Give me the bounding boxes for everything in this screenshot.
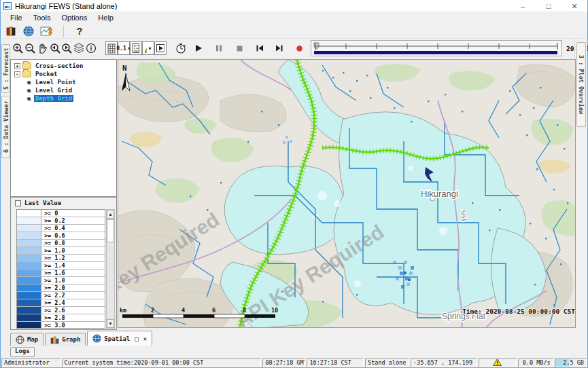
info-icon[interactable] <box>85 41 97 55</box>
tree-item[interactable]: Depth Grid <box>11 94 116 103</box>
tree-item[interactable]: - Pocket <box>11 70 116 78</box>
scrollbar-thumb[interactable] <box>107 219 114 242</box>
help-icon[interactable]: ? <box>73 24 86 38</box>
legend-row: >= 1.6 <box>17 270 105 277</box>
legend-color-swatch <box>17 232 41 239</box>
legend-color-swatch <box>17 247 41 254</box>
menu-item[interactable]: Options <box>56 13 92 23</box>
map-view[interactable]: SH1 Hikurangi Springs Flat API Key Requi… <box>118 59 576 328</box>
status-cell: Administrator <box>1 358 60 367</box>
layer-tree-panel: + Cross-section - Pocket Level Point Lev… <box>10 59 117 197</box>
legend-row: >= 0 <box>17 210 105 217</box>
checkbox-icon[interactable] <box>15 200 21 206</box>
tab-close-icon[interactable]: ✕ <box>143 335 147 342</box>
legend-color-swatch <box>17 210 41 217</box>
zoom-next-icon[interactable] <box>60 41 73 55</box>
tab-maximize-icon[interactable]: □ <box>135 335 138 342</box>
tab-data-viewer[interactable]: 6 : Data Viewer <box>1 96 10 158</box>
status-bar: Administrator Current system time:2020-0… <box>1 358 587 368</box>
tab-spatial[interactable]: Spatial □ ✕ <box>87 331 152 346</box>
tab-plot-overview[interactable]: 3 : Plot Overview <box>576 42 586 127</box>
legend-color-swatch <box>17 292 41 299</box>
legend-table: >= 0 >= 0.2 >= 0.4 >= 0.6 >= 0.8 >= 1.0 … <box>16 209 105 329</box>
zoom-previous-icon[interactable] <box>48 41 60 55</box>
tab-spatial-label: Spatial <box>104 335 130 342</box>
legend-color-swatch <box>17 322 41 329</box>
chevron-down-icon: ▼ <box>148 46 152 51</box>
legend-row-label: >= 0.2 <box>41 217 105 224</box>
database-explorer-icon[interactable] <box>5 24 17 38</box>
legend-row: >= 2.2 <box>17 292 105 299</box>
tree-expander-icon[interactable]: - <box>14 71 20 77</box>
status-cell: 0.0 MB/s <box>518 358 553 367</box>
tab-forecast[interactable]: 5 : Forecast <box>1 44 10 93</box>
status-cell: -35.657 , 174.199 <box>411 358 477 367</box>
logs-button[interactable]: Logs <box>10 347 35 357</box>
scroll-up-icon[interactable]: ▲ <box>107 210 114 219</box>
pan-hand-icon[interactable] <box>36 41 48 55</box>
svg-text:4: 4 <box>181 307 185 314</box>
pause-button[interactable] <box>213 41 225 55</box>
timeseries-dialog-icon[interactable] <box>40 24 54 38</box>
zoom-in-icon[interactable] <box>12 41 24 55</box>
classification-dropdown[interactable]: 0.1 ▼ <box>118 41 130 55</box>
menu-item[interactable]: File <box>5 13 28 23</box>
legend-row: >= 1.8 <box>17 277 105 284</box>
step-first-button[interactable] <box>254 41 266 55</box>
spatial-display-icon[interactable] <box>22 24 35 38</box>
menu-bar: FileToolsOptionsHelp <box>1 12 587 24</box>
legend-row-label: >= 0 <box>41 210 105 217</box>
time-slider[interactable] <box>311 40 562 56</box>
legend-color-swatch <box>17 270 41 276</box>
maximize-button[interactable]: □ <box>536 0 561 12</box>
status-cell-label: -35.657 , 174.199 <box>413 359 472 367</box>
tree-item[interactable]: Level Grid <box>11 86 116 94</box>
record-button[interactable] <box>293 41 305 55</box>
legend-row-label: >= 2.0 <box>41 284 105 291</box>
time-settings-icon[interactable] <box>175 41 187 55</box>
last-value-checkbox-row[interactable]: Last Value <box>11 198 116 208</box>
svg-text:N: N <box>122 64 127 73</box>
legend-scrollbar[interactable]: ▲ ▼ <box>106 209 115 329</box>
legend-row-label: >= 3.0 <box>41 322 105 329</box>
legend-panel: Last Value >= 0 >= 0.2 >= 0.4 >= 0.6 >= … <box>10 197 117 330</box>
status-warning-icon[interactable] <box>493 358 502 367</box>
svg-text:2: 2 <box>151 307 154 314</box>
map-canvas[interactable]: SH1 Hikurangi Springs Flat API Key Requi… <box>118 60 576 328</box>
scroll-down-icon[interactable]: ▼ <box>107 319 114 328</box>
legend-row-label: >= 1.2 <box>41 255 105 261</box>
tab-graph[interactable]: Graph <box>45 333 86 346</box>
animation-panel-button[interactable] <box>154 41 167 55</box>
tree-expander-icon[interactable]: + <box>14 63 20 69</box>
tab-map[interactable]: Map <box>10 333 44 346</box>
logs-row: Logs <box>10 346 35 358</box>
legend-color-swatch <box>17 299 41 306</box>
stop-button[interactable] <box>233 41 245 55</box>
svg-text:km: km <box>120 307 126 314</box>
legend-color-swatch <box>17 262 41 269</box>
status-cell: 2.5 GB <box>555 358 587 367</box>
tab-map-label: Map <box>27 336 38 343</box>
play-button[interactable] <box>192 41 205 55</box>
legend-row: >= 2.6 <box>17 307 105 314</box>
minimize-button[interactable]: – <box>510 0 536 12</box>
legend-row-label: >= 0.4 <box>41 225 105 232</box>
menu-item[interactable]: Tools <box>28 13 56 23</box>
status-cell-label: Current system time:2020-09-01 00:00 CST <box>65 359 204 367</box>
tree-item[interactable]: Level Point <box>11 78 116 86</box>
warning-threshold-dropdown[interactable]: ▼ <box>142 41 154 55</box>
zoom-out-icon[interactable] <box>24 41 36 55</box>
legend-color-swatch <box>17 225 41 232</box>
legend-row: >= 2.0 <box>17 284 105 292</box>
close-button[interactable]: ✕ <box>561 0 587 12</box>
legend-row-label: >= 1.6 <box>41 270 105 276</box>
legend-row: >= 1.0 <box>17 247 105 255</box>
grid-display-button[interactable] <box>105 41 118 55</box>
legend-color-swatch <box>17 255 41 261</box>
menu-item[interactable]: Help <box>92 13 119 23</box>
legend-toggle-button[interactable] <box>130 41 142 55</box>
step-last-button[interactable] <box>273 41 285 55</box>
legend-row-label: >= 1.4 <box>41 262 105 269</box>
layers-icon[interactable] <box>73 41 85 55</box>
legend-row: >= 0.2 <box>17 217 105 225</box>
